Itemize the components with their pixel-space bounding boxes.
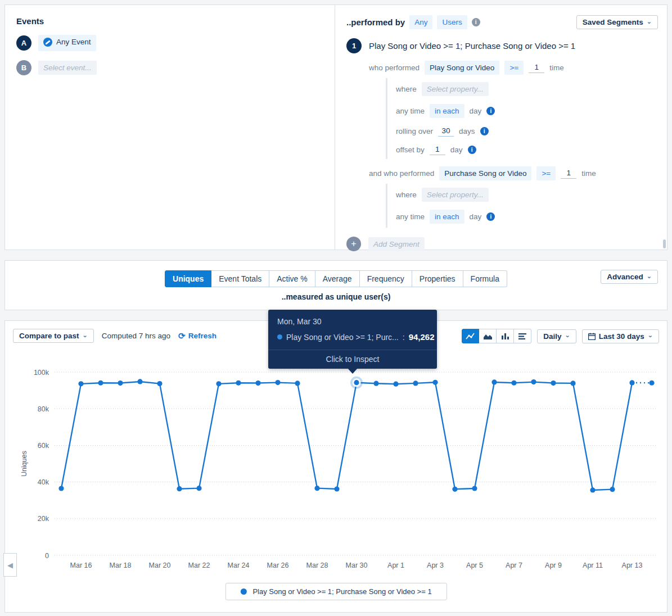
clause1-row: who performed Play Song or Video >= 1 ti… — [369, 61, 656, 75]
data-point[interactable] — [236, 381, 241, 386]
tab-formula[interactable]: Formula — [463, 270, 507, 287]
offset-day-input[interactable]: 1 — [430, 144, 445, 155]
chart-type-switcher — [462, 329, 531, 343]
data-point[interactable] — [78, 381, 83, 386]
data-point[interactable] — [373, 381, 378, 386]
any-users-selector[interactable]: Any — [409, 15, 432, 29]
refresh-icon: ⟳ — [178, 331, 186, 341]
data-point[interactable] — [472, 486, 477, 491]
data-point[interactable] — [629, 380, 634, 385]
line-chart[interactable]: 100k80k60k40k20k0UniquesMar 16Mar 18Mar … — [5, 358, 668, 578]
clause1-where-property-input[interactable]: Select property... — [422, 82, 489, 96]
data-point[interactable] — [393, 382, 398, 387]
area-chart-icon[interactable] — [479, 329, 497, 343]
saved-segments-button[interactable]: Saved Segments ⌄ — [576, 15, 658, 29]
tab-properties[interactable]: Properties — [412, 270, 463, 287]
bar-chart-icon[interactable] — [497, 329, 514, 343]
data-point[interactable] — [216, 381, 221, 386]
select-event-input[interactable]: Select event... — [38, 61, 97, 75]
data-point[interactable] — [58, 486, 64, 491]
tab-average[interactable]: Average — [315, 270, 360, 287]
rolling-info-icon[interactable]: i — [480, 127, 489, 135]
clause1-count-input[interactable]: 1 — [529, 62, 544, 73]
horizontal-bar-chart-icon[interactable] — [514, 329, 531, 343]
in-each-info-icon[interactable]: i — [486, 107, 495, 115]
plus-icon[interactable]: + — [346, 237, 361, 251]
x-tick-label: Mar 20 — [149, 561, 171, 569]
tab-frequency[interactable]: Frequency — [360, 270, 412, 287]
legend-series-dot — [240, 588, 246, 595]
data-point[interactable] — [137, 379, 142, 384]
clause2-where-property-input[interactable]: Select property... — [422, 188, 489, 202]
series-line[interactable] — [61, 382, 632, 490]
data-point[interactable] — [610, 487, 615, 492]
and-who-performed-label: and who performed — [369, 169, 434, 178]
clause1-in-each-chip[interactable]: in each — [430, 104, 464, 118]
offset-info-icon[interactable]: i — [468, 146, 476, 154]
data-point[interactable] — [432, 380, 438, 385]
y-tick-label: 20k — [38, 515, 49, 523]
data-point[interactable] — [413, 381, 418, 386]
data-point[interactable] — [649, 381, 654, 386]
data-point[interactable] — [177, 486, 182, 491]
event-badge-a: A — [16, 35, 31, 51]
data-point[interactable] — [196, 486, 201, 491]
clause2-count-input[interactable]: 1 — [561, 168, 576, 179]
data-point[interactable] — [354, 380, 359, 385]
users-selector[interactable]: Users — [437, 15, 467, 29]
data-point[interactable] — [531, 379, 536, 384]
clause2-operator-chip[interactable]: >= — [536, 166, 556, 180]
data-point[interactable] — [157, 381, 162, 386]
tooltip-inspect-button[interactable]: Click to Inspect — [268, 350, 437, 369]
any-event-icon — [43, 38, 52, 47]
performed-by-label: ..performed by — [346, 17, 405, 27]
rolling-days-input[interactable]: 30 — [438, 126, 454, 137]
measured-as-label: ..measured as unique user(s) — [5, 292, 667, 301]
data-point[interactable] — [314, 486, 319, 491]
chevron-down-icon: ⌄ — [648, 333, 653, 337]
compare-to-past-button[interactable]: Compare to past ⌄ — [13, 329, 94, 343]
data-point[interactable] — [334, 486, 339, 491]
daterange-dropdown[interactable]: Last 30 days ⌄ — [582, 329, 659, 343]
tab-active-percent[interactable]: Active % — [269, 270, 315, 287]
clause1-event-chip[interactable]: Play Song or Video — [425, 61, 499, 75]
tab-event-totals[interactable]: Event Totals — [211, 270, 269, 287]
data-point[interactable] — [295, 381, 300, 386]
data-point[interactable] — [255, 381, 260, 386]
clause2-in-each-chip[interactable]: in each — [430, 210, 464, 224]
x-tick-label: Apr 9 — [545, 561, 562, 569]
data-point[interactable] — [551, 381, 556, 386]
tab-uniques[interactable]: Uniques — [165, 270, 211, 287]
chart-legend[interactable]: Play Song or Video >= 1; Purchase Song o… — [225, 583, 447, 600]
data-point[interactable] — [511, 381, 516, 386]
data-point[interactable] — [590, 487, 595, 492]
x-tick-label: Apr 3 — [427, 561, 444, 569]
tooltip-series-label: Play Song or Video >= 1; Purc... — [286, 333, 399, 342]
tooltip-date: Mon, Mar 30 — [277, 317, 428, 326]
interval-dropdown[interactable]: Daily ⌄ — [537, 329, 576, 343]
users-info-icon[interactable]: i — [472, 18, 480, 26]
data-point[interactable] — [570, 381, 575, 386]
data-point[interactable] — [118, 381, 123, 386]
in-each-info-icon[interactable]: i — [486, 212, 495, 221]
clause2-event-chip[interactable]: Purchase Song or Video — [439, 166, 531, 180]
x-tick-label: Mar 28 — [306, 561, 328, 569]
where-label: where — [396, 85, 417, 93]
refresh-button[interactable]: ⟳ Refresh — [178, 331, 217, 341]
add-segment-button[interactable]: Add Segment — [368, 237, 425, 251]
chart-tooltip: Mon, Mar 30 Play Song or Video >= 1; Pur… — [268, 310, 437, 369]
line-chart-icon[interactable] — [462, 329, 479, 343]
legend-series-label: Play Song or Video >= 1; Purchase Song o… — [252, 587, 431, 596]
any-event-chip[interactable]: Any Event — [38, 35, 96, 51]
data-point[interactable] — [275, 380, 280, 385]
advanced-button[interactable]: Advanced ⌄ — [601, 270, 658, 284]
scrollbar-thumb[interactable] — [663, 239, 666, 248]
time-label: time — [549, 64, 564, 72]
clause1-operator-chip[interactable]: >= — [504, 61, 524, 75]
x-tick-label: Apr 7 — [506, 561, 522, 569]
data-point[interactable] — [452, 487, 457, 492]
x-tick-label: Apr 1 — [387, 561, 404, 569]
collapse-panel-button[interactable]: ◀ — [3, 553, 17, 577]
data-point[interactable] — [98, 381, 103, 386]
data-point[interactable] — [491, 379, 497, 384]
